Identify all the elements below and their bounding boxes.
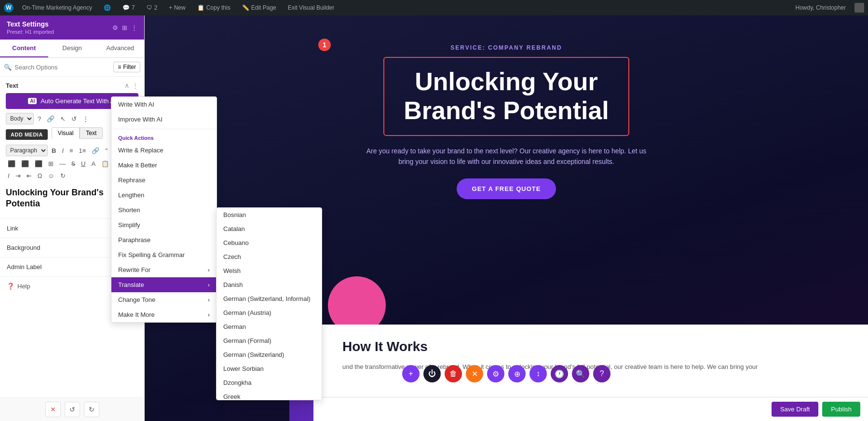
copy-btn[interactable]: 📋 Copy this xyxy=(194,2,233,13)
wp-icon[interactable]: W xyxy=(4,3,14,13)
close-btn[interactable]: ✕ xyxy=(45,402,61,417)
lang-dzongkha[interactable]: Dzongkha xyxy=(217,376,322,390)
tab-content[interactable]: Content xyxy=(0,40,48,57)
info-btn[interactable]: ? xyxy=(593,365,610,382)
outdent-btn[interactable]: ⇤ xyxy=(25,171,34,180)
redo-btn[interactable]: ↻ xyxy=(58,171,68,180)
lang-german-swiss[interactable]: German (Switzerland) xyxy=(217,348,322,362)
close-element-btn[interactable]: ✕ xyxy=(466,365,483,382)
underline-btn[interactable]: U xyxy=(79,159,87,168)
lang-welsh[interactable]: Welsh xyxy=(217,264,322,278)
site-name[interactable]: On-Time Marketing Agency xyxy=(19,2,95,13)
translate-item[interactable]: Translate xyxy=(111,277,217,292)
refresh-btn[interactable]: ↕ xyxy=(529,365,547,382)
chevron-right-icon-tone xyxy=(208,296,210,303)
paste-btn[interactable]: 📋 xyxy=(99,159,111,168)
link-btn2[interactable]: 🔗 xyxy=(90,146,101,155)
hero-title-box: Unlocking Your Brand's Potential xyxy=(383,57,629,136)
lang-lower-sorbian[interactable]: Lower Sorbian xyxy=(217,362,322,376)
user-avatar[interactable] xyxy=(854,3,864,13)
tab-visual[interactable]: Visual xyxy=(52,127,80,139)
align-center-btn[interactable]: ⬛ xyxy=(19,159,31,168)
tab-text[interactable]: Text xyxy=(80,127,103,139)
write-with-ai-item[interactable]: Write With AI xyxy=(111,97,217,112)
help-icon-btn[interactable]: ? xyxy=(36,114,43,123)
quote-btn[interactable]: " xyxy=(103,146,109,155)
align-right-btn[interactable]: ⬛ xyxy=(33,159,44,168)
align-left-btn[interactable]: ⬛ xyxy=(6,159,17,168)
cta-button[interactable]: GET A FREE QUOTE xyxy=(457,178,556,199)
save-draft-button[interactable]: Save Draft xyxy=(772,402,818,417)
italic2-btn[interactable]: I xyxy=(6,171,12,180)
publish-button[interactable]: Publish xyxy=(822,402,860,417)
rephrase-item[interactable]: Rephrase xyxy=(111,173,217,188)
text-section-header[interactable]: Text ∧ ⋮ xyxy=(6,81,138,89)
undo-all-btn[interactable]: ↺ xyxy=(65,402,80,417)
admin-bar: W On-Time Marketing Agency 🌐 💬 7 🗨 2 + N… xyxy=(0,0,868,15)
lang-german-swiss-informal[interactable]: German (Switzerland, Informal) xyxy=(217,292,322,306)
lang-greek[interactable]: Greek xyxy=(217,390,322,400)
tab-advanced[interactable]: Advanced xyxy=(96,40,144,57)
strikethrough-btn[interactable]: S̶ xyxy=(69,159,77,168)
unordered-list-btn[interactable]: ≡ xyxy=(68,146,75,155)
change-tone-item[interactable]: Change Tone xyxy=(111,292,217,307)
lang-danish[interactable]: Danish xyxy=(217,278,322,292)
lengthen-item[interactable]: Lengthen xyxy=(111,188,217,203)
comments-icon[interactable]: 💬 7 xyxy=(120,2,138,13)
lang-german-formal[interactable]: German (Formal) xyxy=(217,334,322,348)
paraphrase-item[interactable]: Paraphrase xyxy=(111,232,217,247)
cursor-icon-btn[interactable]: ↖ xyxy=(58,114,68,123)
ordered-list-btn[interactable]: 1≡ xyxy=(77,146,88,155)
simplify-item[interactable]: Simplify xyxy=(111,217,217,232)
make-it-more-item[interactable]: Make It More xyxy=(111,307,217,322)
hr-btn[interactable]: — xyxy=(57,159,68,168)
table-btn[interactable]: ⊞ xyxy=(46,159,55,168)
fix-spelling-item[interactable]: Fix Spelling & Grammar xyxy=(111,247,217,262)
indent-btn[interactable]: ⇥ xyxy=(14,171,23,180)
target-btn[interactable]: ⊕ xyxy=(508,365,526,382)
exit-builder-btn[interactable]: Exit Visual Builder xyxy=(285,2,338,13)
emoji-btn[interactable]: ☺ xyxy=(46,171,56,180)
lang-catalan[interactable]: Catalan xyxy=(217,222,322,236)
speech-icon[interactable]: 🗨 2 xyxy=(144,2,161,13)
lang-czech[interactable]: Czech xyxy=(217,250,322,264)
link-icon-btn[interactable]: 🔗 xyxy=(45,114,56,123)
bold-btn[interactable]: B xyxy=(50,146,58,155)
lang-german[interactable]: German xyxy=(217,320,322,334)
trash-btn[interactable]: 🗑 xyxy=(445,365,462,382)
settings-element-btn[interactable]: ⚙ xyxy=(487,365,504,382)
search-page-btn[interactable]: 🔍 xyxy=(572,365,589,382)
browser-icon[interactable]: 🌐 xyxy=(101,2,114,13)
more-options-icon[interactable]: ⋮ xyxy=(132,82,138,89)
lang-cebuano[interactable]: Cebuano xyxy=(217,236,322,250)
improve-with-ai-item[interactable]: Improve With AI xyxy=(111,112,217,127)
lang-bosnian[interactable]: Bosnian xyxy=(217,208,322,222)
undo-icon-btn[interactable]: ↺ xyxy=(69,114,79,123)
paragraph-select[interactable]: Paragraph xyxy=(6,145,48,156)
history-btn[interactable]: 🕐 xyxy=(551,365,568,382)
make-better-item[interactable]: Make It Better xyxy=(111,158,217,173)
edit-page-btn[interactable]: ✏️ Edit Page xyxy=(239,2,279,13)
write-replace-item[interactable]: Write & Replace xyxy=(111,143,217,158)
add-element-btn[interactable]: + xyxy=(402,365,420,382)
more-icon[interactable]: ⋮ xyxy=(131,24,137,31)
collapse-icon[interactable]: ∧ xyxy=(124,81,129,89)
redo-all-btn[interactable]: ↻ xyxy=(84,402,99,417)
search-input[interactable] xyxy=(14,64,110,71)
omega-btn[interactable]: Ω xyxy=(36,171,44,180)
text-color-btn[interactable]: A xyxy=(89,159,97,168)
italic-btn[interactable]: I xyxy=(60,146,66,155)
tab-design[interactable]: Design xyxy=(48,40,96,57)
panel-header: Text Settings Preset: H1 imported ⚙ ⊞ ⋮ xyxy=(0,15,144,40)
grid-icon[interactable]: ⊞ xyxy=(122,24,127,31)
filter-button[interactable]: ≡ Filter xyxy=(113,62,140,72)
settings-icon[interactable]: ⚙ xyxy=(112,24,118,31)
new-btn[interactable]: + New xyxy=(166,2,188,13)
power-btn[interactable]: ⏻ xyxy=(423,365,441,382)
lang-german-austria[interactable]: German (Austria) xyxy=(217,306,322,320)
shorten-item[interactable]: Shorten xyxy=(111,203,217,217)
rewrite-for-item[interactable]: Rewrite For xyxy=(111,262,217,277)
more-formatting-btn[interactable]: ⋮ xyxy=(81,114,91,123)
format-select[interactable]: Body xyxy=(6,113,34,124)
add-media-button[interactable]: ADD MEDIA xyxy=(6,129,48,140)
